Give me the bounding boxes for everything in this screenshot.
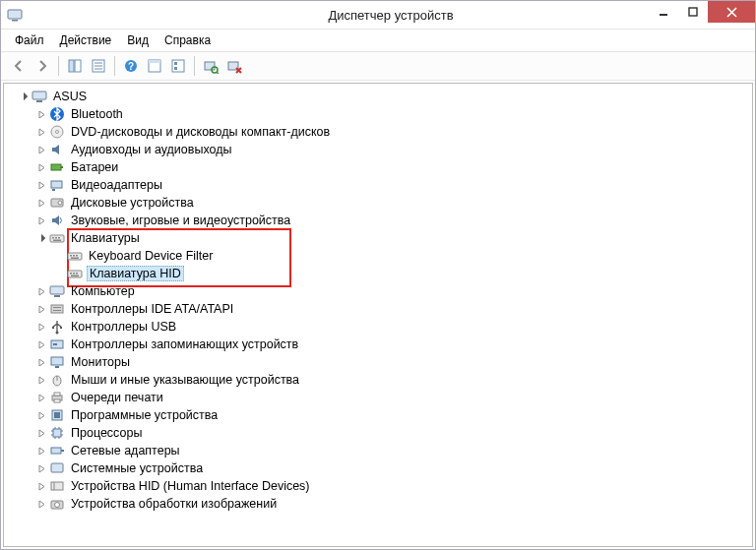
tree-item-ide[interactable]: Контроллеры IDE ATA/ATAPI [35,300,752,318]
close-button[interactable] [708,1,755,23]
collapse-icon[interactable] [35,427,47,439]
collapse-icon[interactable] [35,392,47,403]
node-label: Контроллеры IDE ATA/ATAPI [69,302,235,316]
tree-item-dvd[interactable]: DVD-дисководы и дисководы компакт-дисков [35,123,752,141]
cpu-icon [49,425,65,441]
svg-rect-27 [61,166,63,168]
toolbar: ? [1,51,755,81]
forward-button[interactable] [31,54,54,78]
audio-icon [49,142,65,157]
collapse-icon[interactable] [35,197,47,209]
expand-icon[interactable] [35,232,47,244]
collapse-icon[interactable] [35,303,47,315]
collapse-icon[interactable] [35,126,47,138]
menu-help[interactable]: Справка [157,33,219,47]
show-hide-tree-button[interactable] [63,54,87,78]
tree-item-storage-controllers[interactable]: Контроллеры запоминающих устройств [35,336,752,353]
svg-rect-1 [12,20,18,22]
menu-file[interactable]: Файл [7,33,52,47]
tree-item-battery[interactable]: Батареи [35,158,752,176]
maximize-button[interactable] [678,1,708,23]
action-button[interactable] [143,54,166,78]
tree-item-system[interactable]: Системные устройства [35,459,752,477]
tree-item-monitors[interactable]: Мониторы [35,353,752,371]
tree-item-network[interactable]: Сетевые адаптеры [35,442,752,459]
tree-item-mouse[interactable]: Мыши и иные указывающие устройства [35,371,752,389]
svg-point-53 [52,327,54,329]
node-label: Устройства HID (Human Interface Devices) [69,479,312,493]
disk-icon [49,195,65,211]
tree-item-audio[interactable]: Аудиовходы и аудиовыходы [35,141,752,158]
collapse-icon[interactable] [35,356,47,368]
battery-icon [49,159,65,175]
collapse-icon[interactable] [35,498,47,510]
svg-text:?: ? [128,61,134,72]
collapse-icon[interactable] [35,214,47,226]
imaging-icon [49,496,65,512]
tree-item-firmware[interactable]: Программные устройства [35,406,752,424]
tree-item-hid[interactable]: Устройства HID (Human Interface Devices) [35,477,752,495]
back-button[interactable] [7,54,31,78]
tree-item-bluetooth[interactable]: Bluetooth [35,105,752,123]
tree-item-keyboard-hid[interactable]: Клавиатура HID [53,265,752,282]
collapse-icon[interactable] [35,374,47,386]
tree-item-usb[interactable]: Контроллеры USB [35,318,752,336]
tree-root[interactable]: ASUS [18,88,752,105]
minimize-button[interactable] [649,1,678,23]
expand-icon[interactable] [18,91,30,102]
svg-rect-14 [172,60,184,72]
tree-item-sound[interactable]: Звуковые, игровые и видеоустройства [35,212,752,229]
svg-rect-54 [60,327,62,329]
tree-item-disk[interactable]: Дисковые устройства [35,194,752,212]
collapse-icon[interactable] [35,462,47,474]
svg-point-25 [56,131,59,134]
collapse-icon[interactable] [35,161,47,173]
tree-panel[interactable]: ASUS Bluetooth DVD-дисководы и дисководы… [3,83,753,547]
collapse-icon[interactable] [35,480,47,492]
svg-rect-63 [54,399,60,402]
menu-action[interactable]: Действие [52,33,120,47]
svg-rect-41 [71,258,79,260]
tree-item-print-queues[interactable]: Очереди печати [35,389,752,406]
help-button[interactable]: ? [119,54,143,78]
collapse-icon[interactable] [35,108,47,120]
collapse-icon[interactable] [35,445,47,457]
system-device-icon [49,460,65,476]
list-button[interactable] [166,54,190,78]
menu-view[interactable]: Вид [119,33,157,47]
svg-rect-57 [51,357,63,365]
tree-item-processors[interactable]: Процессоры [35,424,752,442]
collapse-icon[interactable] [35,144,47,155]
svg-rect-36 [53,240,61,242]
tree-item-imaging[interactable]: Устройства обработки изображений [35,495,752,513]
svg-rect-51 [53,310,61,311]
node-label: Bluetooth [69,107,125,121]
tree-item-video[interactable]: Видеоадаптеры [35,176,752,194]
toolbar-separator [114,56,115,76]
tree-item-keyboards[interactable]: Клавиатуры [35,229,752,247]
node-label: DVD-дисководы и дисководы компакт-дисков [69,125,332,139]
uninstall-button[interactable] [222,54,246,78]
collapse-icon[interactable] [35,179,47,191]
svg-rect-16 [174,67,177,70]
scan-hardware-button[interactable] [199,54,222,78]
collapse-icon[interactable] [35,285,47,297]
svg-rect-50 [53,307,61,308]
collapse-icon[interactable] [35,409,47,421]
svg-rect-28 [51,181,62,188]
app-icon [7,7,23,23]
svg-rect-45 [76,273,78,275]
svg-rect-2 [660,14,667,16]
disc-icon [49,124,65,140]
collapse-icon[interactable] [35,338,47,350]
svg-rect-35 [58,237,60,239]
collapse-icon[interactable] [35,321,47,333]
tree-item-keyboard-filter[interactable]: Keyboard Device Filter [53,247,752,265]
svg-rect-15 [174,62,177,65]
properties-button[interactable] [87,54,110,78]
svg-rect-0 [8,10,22,19]
keyboard-icon [67,266,83,281]
toolbar-separator [58,56,59,76]
svg-rect-43 [70,273,72,275]
tree-item-computer[interactable]: Компьютер [35,282,752,300]
